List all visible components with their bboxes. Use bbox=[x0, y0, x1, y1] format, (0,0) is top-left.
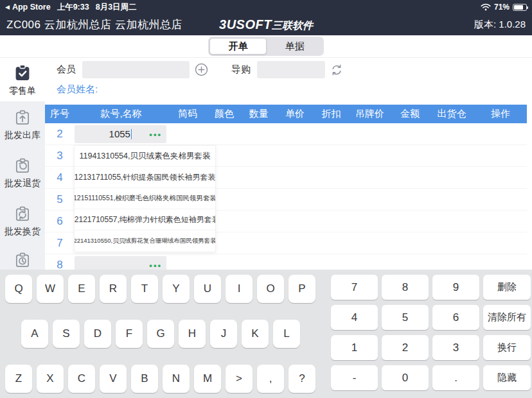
clipboard-up-icon bbox=[13, 109, 31, 127]
kb-key[interactable]: L bbox=[273, 320, 300, 348]
back-label: App Store bbox=[12, 3, 51, 12]
status-bar: ◀ App Store 上午9:33 8月3日周二 71% bbox=[0, 0, 532, 14]
key-newline[interactable]: 换行 bbox=[483, 335, 531, 360]
tab-documents[interactable]: 单据 bbox=[267, 38, 323, 55]
kb-key[interactable]: ? bbox=[288, 365, 315, 393]
kb-key[interactable]: 6 bbox=[432, 305, 479, 330]
col-unit-price: 单价 bbox=[276, 108, 314, 120]
kb-key[interactable]: S bbox=[53, 320, 80, 348]
kb-key[interactable]: B bbox=[131, 365, 158, 393]
sidebar-item-label: 批发换货 bbox=[4, 226, 40, 238]
guide-input[interactable] bbox=[257, 61, 325, 78]
more-options-button[interactable]: ••• bbox=[149, 261, 162, 269]
kb-key[interactable]: V bbox=[100, 365, 127, 393]
col-actions: 操作 bbox=[474, 108, 527, 120]
kb-key[interactable]: , bbox=[257, 365, 284, 393]
key-hide-keyboard[interactable]: 隐藏 bbox=[483, 365, 531, 390]
app-screen: ◀ App Store 上午9:33 8月3日周二 71% ZC006 云加杭州… bbox=[0, 0, 532, 398]
row-number: 3 bbox=[45, 150, 75, 162]
kb-key[interactable]: H bbox=[179, 320, 206, 348]
style-code-value: 1055 bbox=[109, 128, 130, 139]
style-suggestions-dropdown: 11941310554,贝贝绒素色夹棉男套装 12131711055,针织提条国… bbox=[74, 145, 216, 252]
member-input[interactable] bbox=[82, 61, 190, 78]
kb-key[interactable]: Z bbox=[5, 365, 32, 393]
status-left: ◀ App Store 上午9:33 8月3日周二 bbox=[5, 2, 137, 13]
kb-key[interactable]: 1 bbox=[331, 335, 378, 360]
kb-key[interactable]: - bbox=[331, 365, 378, 390]
table-header: 序号 款号,名称 简码 颜色 数量 单价 折扣 吊牌价 金额 出货仓 操作 bbox=[45, 105, 527, 123]
col-style-name: 款号,名称 bbox=[75, 108, 168, 120]
kb-key[interactable]: Q bbox=[5, 275, 32, 303]
sidebar-item-order-history[interactable] bbox=[0, 252, 45, 270]
kb-key[interactable]: M bbox=[194, 365, 221, 393]
kb-key[interactable]: T bbox=[131, 275, 158, 303]
kb-key[interactable]: P bbox=[288, 275, 315, 303]
tab-bar: 开单 单据 bbox=[0, 35, 532, 58]
kb-key[interactable]: > bbox=[226, 365, 253, 393]
kb-key[interactable]: E bbox=[68, 275, 95, 303]
member-label: 会员 bbox=[57, 64, 76, 76]
kb-key[interactable]: 7 bbox=[331, 275, 378, 300]
custom-keyboard: Q W E R T Y U I O P A S D F G H J K L Z … bbox=[0, 270, 532, 398]
keyboard-row: Q W E R T Y U I O P bbox=[5, 275, 315, 303]
suggestion-item[interactable]: 22121710557,纯棉弹力针织素色短袖男套装 bbox=[75, 209, 215, 230]
kb-key[interactable]: 0 bbox=[382, 365, 429, 390]
tab-open-order[interactable]: 开单 bbox=[209, 38, 267, 55]
kb-key[interactable]: F bbox=[116, 320, 143, 348]
style-code-input[interactable]: 1055 ••• bbox=[75, 125, 166, 143]
kb-key[interactable]: 5 bbox=[382, 305, 429, 330]
add-member-button[interactable] bbox=[195, 63, 208, 76]
kb-key[interactable]: R bbox=[100, 275, 127, 303]
kb-key[interactable]: K bbox=[242, 320, 269, 348]
suggestion-item[interactable]: 22141310550,贝贝绒剪花复合珊瑚绒布国民领男套装 bbox=[75, 230, 215, 252]
key-clear-all[interactable]: 清除所有 bbox=[483, 305, 531, 330]
col-warehouse: 出货仓 bbox=[429, 108, 474, 120]
kb-key[interactable]: W bbox=[37, 275, 64, 303]
sidebar: 零售单 批发出库 批发退货 bbox=[0, 58, 45, 270]
kb-key[interactable]: J bbox=[210, 320, 237, 348]
keyboard-row: Z X C V B N M > , ? bbox=[5, 365, 315, 393]
kb-key[interactable]: . bbox=[432, 365, 479, 390]
row-number: 6 bbox=[45, 215, 75, 228]
sidebar-item-wholesale-outbound[interactable]: 批发出库 bbox=[0, 109, 45, 141]
kb-key[interactable]: I bbox=[226, 275, 253, 303]
sidebar-item-retail-order[interactable]: 零售单 bbox=[0, 58, 45, 101]
sidebar-item-wholesale-exchange[interactable]: 批发换货 bbox=[0, 205, 45, 238]
kb-key[interactable]: O bbox=[257, 275, 284, 303]
suggestion-item[interactable]: 12131711055,针织提条国民领长袖男套装 bbox=[75, 167, 215, 188]
clipboard-undo-icon bbox=[13, 157, 31, 175]
kb-key[interactable]: 2 bbox=[382, 335, 429, 360]
kb-key[interactable]: G bbox=[147, 320, 174, 348]
kb-key[interactable]: 3 bbox=[432, 335, 479, 360]
key-delete[interactable]: 删除 bbox=[483, 275, 531, 300]
kb-key[interactable]: N bbox=[163, 365, 190, 393]
sidebar-item-wholesale-return[interactable]: 批发退货 bbox=[0, 157, 45, 189]
kb-key[interactable]: X bbox=[37, 365, 64, 393]
sidebar-item-label: 零售单 bbox=[9, 85, 36, 97]
col-qty: 数量 bbox=[241, 108, 276, 120]
kb-key[interactable]: U bbox=[194, 275, 221, 303]
kb-key[interactable]: C bbox=[68, 365, 95, 393]
col-short-code: 简码 bbox=[168, 108, 208, 120]
brand-logo-cn: 三联软件 bbox=[272, 20, 313, 31]
suggestion-item[interactable]: 12151110551,梭织磨毛色织格夹棉国民领男套装 bbox=[75, 188, 215, 209]
kb-key[interactable]: D bbox=[84, 320, 111, 348]
clipboard-exchange-icon bbox=[13, 205, 31, 223]
status-time: 上午9:33 bbox=[57, 2, 89, 13]
row-number: 4 bbox=[45, 171, 75, 184]
wifi-icon bbox=[481, 3, 491, 11]
app-header: ZC006 云加杭州总店 云加杭州总店 3USOFT三联软件 版本: 1.0.2… bbox=[0, 14, 532, 35]
kb-key[interactable]: 8 bbox=[382, 275, 429, 300]
member-guide-form: 会员 导购 bbox=[57, 61, 343, 78]
version-label: 版本: 1.0.28 bbox=[474, 19, 526, 31]
sidebar-item-label: 批发出库 bbox=[4, 130, 40, 141]
suggestion-item[interactable]: 11941310554,贝贝绒素色夹棉男套装 bbox=[75, 146, 215, 167]
kb-key[interactable]: Y bbox=[163, 275, 190, 303]
refresh-guide-button[interactable] bbox=[330, 64, 343, 76]
kb-key[interactable]: A bbox=[21, 320, 48, 348]
back-to-app-store-link[interactable]: ◀ App Store bbox=[5, 3, 51, 12]
more-options-button[interactable]: ••• bbox=[149, 130, 162, 138]
kb-key[interactable]: 9 bbox=[432, 275, 479, 300]
kb-key[interactable]: 4 bbox=[331, 305, 378, 330]
guide-label: 导购 bbox=[231, 64, 251, 76]
